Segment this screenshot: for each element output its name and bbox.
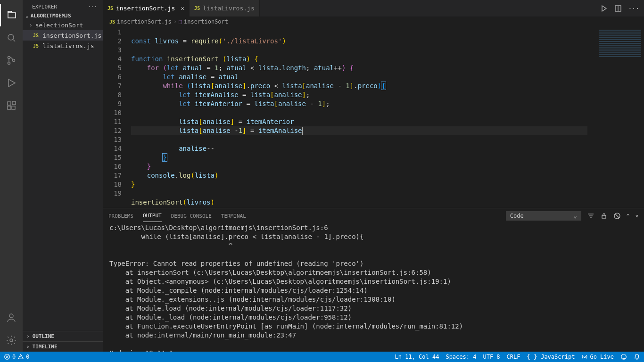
chevron-right-icon: › [26,333,30,339]
panel-tab-output[interactable]: OUTPUT [143,210,162,222]
outline-section[interactable]: › OUTLINE [23,331,103,341]
chevron-down-icon: ⌄ [574,213,577,219]
svg-rect-5 [8,106,11,109]
file-label: listaLivros.js [42,42,94,49]
status-cursor[interactable]: Ln 11, Col 44 [395,354,439,360]
folder-label: selectionSort [35,22,83,29]
code-editor[interactable]: 12345678910111213141516171819 const livr… [103,27,644,208]
tab-insertionSort[interactable]: JS insertionSort.js × [103,0,190,16]
sidebar-file-insertionSort[interactable]: JS insertionSort.js [23,30,103,41]
file-label: insertionSort.js [42,32,101,39]
tab-label: listaLivros.js [203,5,255,12]
timeline-section[interactable]: › TIMELINE [23,341,103,352]
svg-rect-7 [12,101,16,105]
status-bell-icon[interactable] [634,354,640,360]
project-name: ALGORITMOEMJS [31,13,71,19]
status-errors[interactable]: 0 0 [4,354,29,360]
svg-point-1 [8,57,10,59]
maximize-panel-icon[interactable]: ^ [627,213,630,219]
status-language[interactable]: { }JavaScript [527,354,575,360]
symbol-icon: ⬚ [179,18,182,25]
extensions-icon[interactable] [0,94,23,117]
js-file-icon: JS [109,19,115,25]
bottom-panel: PROBLEMS OUTPUT DEBUG CONSOLE TERMINAL C… [103,208,644,352]
clear-icon[interactable] [613,212,621,220]
explorer-icon[interactable] [0,4,23,26]
tab-label: insertionSort.js [116,5,175,12]
svg-rect-4 [8,102,11,105]
svg-rect-11 [602,215,606,218]
activity-bar [0,0,23,352]
split-editor-icon[interactable] [614,5,622,12]
close-icon[interactable]: × [181,5,184,12]
sidebar-folder-selectionSort[interactable]: › selectionSort [23,20,103,30]
sidebar-more-icon[interactable]: ··· [88,4,97,10]
svg-rect-6 [12,106,15,109]
line-gutter: 12345678910111213141516171819 [103,27,131,208]
js-file-icon: JS [32,43,40,49]
svg-point-2 [8,62,10,65]
outline-label: OUTLINE [33,333,54,339]
settings-gear-icon[interactable] [0,329,23,352]
breadcrumb-file: insertionSort.js [117,18,172,25]
status-bar: 0 0 Ln 11, Col 44 Spaces: 4 UTF-8 CRLF {… [0,352,644,362]
chevron-right-icon: › [173,18,177,25]
editor-area: JS insertionSort.js × JS listaLivros.js … [103,0,644,352]
panel-tab-terminal[interactable]: TERMINAL [221,210,246,222]
output-content[interactable]: c:\Users\Lucas\Desktop\algoritmoemjs\ins… [103,223,644,352]
minimap[interactable] [587,27,644,208]
panel-tab-debug-console[interactable]: DEBUG CONSOLE [171,210,212,222]
run-icon[interactable] [600,5,608,12]
panel-tab-problems[interactable]: PROBLEMS [108,210,133,222]
js-file-icon: JS [194,6,200,11]
breadcrumb[interactable]: JS insertionSort.js › ⬚ insertionSort [103,16,644,27]
tab-listaLivros[interactable]: JS listaLivros.js [190,0,260,16]
breadcrumb-symbol: insertionSort [184,18,228,25]
select-value: Code [510,213,524,219]
tab-bar: JS insertionSort.js × JS listaLivros.js … [103,0,644,16]
close-panel-icon[interactable]: × [635,213,638,219]
js-file-icon: JS [32,33,40,38]
js-file-icon: JS [107,6,113,11]
timeline-label: TIMELINE [33,344,58,350]
sidebar-file-listaLivros[interactable]: JS listaLivros.js [23,41,103,51]
more-icon[interactable]: ··· [628,5,639,12]
status-golive[interactable]: Go Live [581,354,614,360]
output-channel-select[interactable]: Code ⌄ [506,211,581,221]
chevron-down-icon: ⌄ [25,13,29,19]
lock-icon[interactable] [600,212,608,220]
filter-icon[interactable] [587,212,594,220]
status-feedback-icon[interactable] [620,354,627,360]
source-control-icon[interactable] [0,49,23,72]
sidebar-title: EXPLORER [32,4,57,10]
svg-point-9 [10,339,13,342]
accounts-icon[interactable] [0,306,23,329]
status-encoding[interactable]: UTF-8 [483,354,500,360]
svg-point-8 [9,314,13,318]
svg-point-3 [13,59,15,62]
chevron-right-icon: › [26,344,30,350]
status-spaces[interactable]: Spaces: 4 [446,354,476,360]
run-debug-icon[interactable] [0,72,23,94]
svg-point-14 [584,356,586,358]
sidebar: EXPLORER ··· ⌄ ALGORITMOEMJS › selection… [23,0,103,352]
status-eol[interactable]: CRLF [507,354,520,360]
code-content[interactable]: const livros = require('./listaLivros') … [131,27,587,208]
svg-point-0 [8,34,14,40]
chevron-right-icon: › [29,22,33,28]
search-icon[interactable] [0,26,23,49]
project-header[interactable]: ⌄ ALGORITMOEMJS [23,12,103,20]
